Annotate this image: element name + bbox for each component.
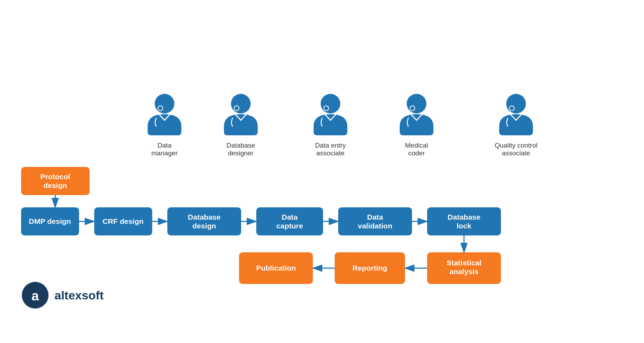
svg-point-0: [155, 94, 174, 114]
svg-point-13: [410, 106, 415, 111]
svg-text:Quality control: Quality control: [495, 142, 537, 149]
svg-text:design: design: [192, 222, 216, 230]
svg-text:capture: capture: [276, 222, 303, 230]
database-lock-box: [427, 207, 501, 235]
svg-point-8: [321, 94, 340, 114]
svg-point-9: [324, 106, 329, 111]
person-medical-coder: Medical coder: [400, 94, 433, 157]
svg-text:validation: validation: [358, 222, 392, 230]
person-data-manager: Data manager: [148, 94, 181, 157]
svg-text:design: design: [43, 181, 67, 189]
person-database-designer: Database designer: [224, 94, 258, 157]
svg-text:manager: manager: [152, 149, 178, 157]
svg-text:associate: associate: [316, 149, 344, 157]
svg-text:Data entry: Data entry: [315, 142, 346, 149]
altexsoft-logo-text: altexsoft: [54, 289, 104, 302]
svg-text:Database: Database: [188, 213, 220, 221]
svg-text:Data: Data: [282, 213, 298, 221]
person-quality-control-associate: Quality control associate: [495, 94, 537, 157]
svg-text:Data: Data: [157, 142, 172, 149]
svg-text:Database: Database: [447, 213, 480, 221]
svg-text:Medical: Medical: [405, 142, 428, 149]
svg-text:designer: designer: [228, 149, 254, 157]
svg-point-1: [158, 106, 163, 111]
svg-text:lock: lock: [457, 222, 471, 230]
svg-text:Reporting: Reporting: [352, 264, 387, 272]
svg-point-16: [506, 94, 526, 114]
svg-text:Statistical: Statistical: [446, 259, 481, 267]
svg-text:associate: associate: [502, 149, 530, 157]
protocol-design-box: [21, 167, 90, 195]
data-validation-box: [338, 207, 412, 235]
svg-point-4: [231, 94, 251, 114]
svg-point-17: [509, 106, 514, 111]
svg-text:Publication: Publication: [256, 264, 296, 272]
main-title: [0, 0, 644, 11]
diagram: Data manager Database designer Data entr…: [0, 42, 644, 330]
data-capture-box: [256, 207, 323, 235]
svg-text:CRF design: CRF design: [103, 217, 144, 225]
person-data-entry-associate: Data entry associate: [314, 94, 347, 157]
svg-point-5: [234, 106, 239, 111]
svg-point-12: [407, 94, 426, 114]
svg-text:DMP design: DMP design: [29, 217, 71, 225]
svg-text:Database: Database: [226, 142, 255, 149]
svg-text:analysis: analysis: [450, 267, 479, 276]
svg-text:Protocol: Protocol: [40, 173, 70, 181]
database-design-box: [167, 207, 241, 235]
svg-text:coder: coder: [408, 149, 425, 157]
svg-text:Data: Data: [367, 213, 383, 221]
altexsoft-logo-letter: a: [31, 289, 39, 303]
